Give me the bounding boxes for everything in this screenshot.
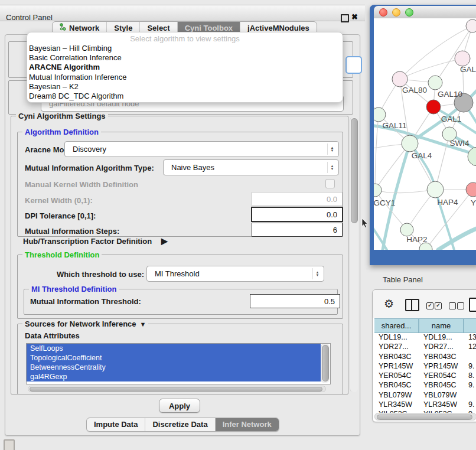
column-header-shared-[interactable]: shared...	[374, 319, 419, 332]
network-window-titlebar[interactable]	[374, 6, 476, 19]
attr-list-vscrollbar[interactable]	[321, 344, 330, 383]
attr-list-hscrollbar[interactable]	[28, 386, 326, 392]
spinner-arrows-icon[interactable]: ▲▼	[327, 162, 337, 173]
deselect-all-checkbox-icon[interactable]	[457, 302, 464, 309]
kernel-width-field[interactable]: 0.0	[252, 192, 343, 206]
attribute-item-topologicalcoefficient[interactable]: TopologicalCoefficient	[27, 353, 321, 363]
table-cell[interactable]: YBL079W	[419, 390, 464, 400]
attribute-item-gal4rgexp[interactable]: gal4RGexp	[27, 372, 321, 381]
aracne-mode-combo[interactable]: Discovery ▲▼	[64, 141, 339, 157]
network-node[interactable]	[455, 51, 470, 66]
split-columns-icon[interactable]	[405, 299, 419, 311]
network-node[interactable]	[468, 147, 476, 166]
table-cell[interactable]: YBR045C	[419, 380, 464, 390]
table-cell[interactable]	[464, 352, 476, 361]
network-node[interactable]	[466, 182, 476, 197]
settings-vscroll-thumb[interactable]	[351, 118, 358, 223]
table-cell[interactable]: 13	[464, 332, 476, 342]
network-node[interactable]	[402, 135, 418, 152]
mi-steps-field[interactable]: 6	[252, 223, 343, 237]
algorithm-option-bayesian-hill-climbing[interactable]: Bayesian – Hill Climbing	[29, 44, 341, 53]
table-row[interactable]: YDR27...YDR27...12	[374, 342, 476, 351]
table-settings-gear-icon[interactable]: ⚙	[384, 297, 394, 311]
window-zoom-icon[interactable]	[405, 8, 413, 17]
table-cell[interactable]: 8.	[464, 371, 476, 380]
mi-algorithm-type-combo[interactable]: Naive Bayes ▲▼	[163, 159, 339, 175]
bottom-tab-infer-network[interactable]: Infer Network	[216, 418, 279, 431]
table-cell[interactable]: YLR345W	[419, 400, 464, 409]
select-all-checkbox-icon[interactable]: ✓	[435, 302, 442, 309]
network-node[interactable]	[466, 19, 476, 32]
close-panel-icon[interactable]: ✖	[351, 12, 358, 21]
table-cell[interactable]: YPR145W	[419, 361, 464, 371]
table-cell[interactable]: YDR27...	[419, 342, 464, 351]
threshold-definition-group: Threshold Definition Which threshold to …	[17, 255, 343, 319]
select-all-checkbox-icon[interactable]: ✓	[426, 302, 433, 309]
deselect-all-checkbox-icon[interactable]	[449, 302, 456, 309]
table-cell[interactable]: 9.	[464, 361, 476, 371]
spinner-arrows-icon[interactable]: ▲▼	[312, 268, 322, 279]
attribute-item-selfloops[interactable]: SelfLoops	[27, 344, 321, 353]
table-cell[interactable]: YDL19...	[419, 332, 464, 342]
column-header-cut[interactable]	[464, 319, 476, 332]
network-node[interactable]	[428, 76, 442, 90]
algorithm-option-bayesian-k2[interactable]: Bayesian – K2	[29, 82, 341, 92]
attr-list-vscroll-thumb[interactable]	[322, 345, 329, 381]
network-view-canvas[interactable]: GALGAL80GAL10GAL1GAL11GAL4SWI4GCY1HAP4YH…	[374, 18, 476, 250]
network-node[interactable]	[400, 223, 413, 236]
table-row[interactable]: YBR045CYBR045C9.	[374, 380, 476, 390]
table-row[interactable]: YDL19...YDL19...13	[374, 332, 476, 342]
apply-button[interactable]: Apply	[159, 399, 200, 413]
table-cell[interactable]: YBR043C	[374, 352, 419, 361]
network-node[interactable]	[427, 181, 444, 198]
expand-right-arrow-icon[interactable]: ▶	[161, 236, 168, 246]
table-cell[interactable]: YBR045C	[374, 380, 419, 390]
attr-list-hscroll-thumb[interactable]	[30, 387, 322, 392]
mi-threshold-field[interactable]: 0.5	[250, 294, 340, 308]
table-cell[interactable]: 9.	[464, 400, 476, 409]
table-hscroll-thumb[interactable]	[377, 415, 472, 420]
table-row[interactable]: YBR043CYBR043C	[374, 352, 476, 361]
algorithm-option-basic-correlation-inference[interactable]: Basic Correlation Inference	[29, 53, 341, 63]
table-cell[interactable]: YDL19...	[374, 332, 419, 342]
dpi-tolerance-field[interactable]: 0.0	[251, 207, 343, 222]
float-window-icon[interactable]	[341, 14, 349, 22]
table-row[interactable]: YER054CYER054C8.	[374, 371, 476, 380]
table-cell[interactable]: YPR145W	[374, 361, 419, 371]
table-cell[interactable]: YBL079W	[374, 390, 419, 400]
manual-kernel-width-checkbox[interactable]	[325, 179, 335, 188]
table-cell[interactable]	[464, 390, 476, 400]
table-cell[interactable]: 12	[464, 342, 476, 351]
table-cell[interactable]: YBR043C	[419, 352, 464, 361]
table-row[interactable]: YLR345WYLR345W9.	[374, 400, 476, 409]
which-threshold-combo[interactable]: MI Threshold ▲▼	[146, 266, 324, 282]
corner-widget-icon[interactable]	[4, 439, 15, 450]
table-row[interactable]: YPR145WYPR145W9.	[374, 361, 476, 371]
new-table-icon[interactable]	[469, 298, 476, 312]
network-node[interactable]	[374, 107, 386, 122]
bottom-tab-discretize-data[interactable]: Discretize Data	[145, 418, 215, 431]
window-close-icon[interactable]	[379, 8, 387, 17]
bottom-tab-impute-data[interactable]: Impute Data	[87, 418, 145, 431]
settings-vscrollbar[interactable]	[350, 117, 358, 392]
table-cell[interactable]: YLR345W	[374, 400, 419, 409]
focused-field[interactable]	[345, 56, 362, 74]
algorithm-option-mutual-information-inference[interactable]: Mutual Information Inference	[29, 73, 341, 82]
table-cell[interactable]: YDR27...	[374, 342, 419, 351]
spinner-arrows-icon[interactable]: ▲▼	[327, 144, 337, 155]
table-cell[interactable]: YER054C	[419, 371, 464, 380]
table-hscrollbar[interactable]	[374, 413, 476, 420]
network-node[interactable]	[392, 71, 407, 87]
table-cell[interactable]: YER054C	[374, 371, 419, 380]
collapse-down-arrow-icon[interactable]: ▼	[140, 321, 146, 328]
algorithm-option-dream8-dc-tdc-algorithm[interactable]: Dream8 DC_TDC Algorithm	[29, 92, 341, 101]
network-node[interactable]	[426, 100, 441, 114]
data-attributes-list[interactable]: SelfLoopsTopologicalCoefficientBetweenne…	[26, 343, 331, 384]
algorithm-option-aracne-algorithm[interactable]: ARACNE Algorithm	[29, 63, 341, 72]
network-node[interactable]	[374, 184, 382, 197]
table-cell[interactable]: 9.	[464, 380, 476, 390]
column-header-name[interactable]: name	[419, 319, 464, 332]
window-minimize-icon[interactable]	[392, 8, 400, 17]
table-row[interactable]: YBL079WYBL079W	[374, 390, 476, 400]
attribute-item-betweennesscentrality[interactable]: BetweennessCentrality	[27, 363, 321, 372]
